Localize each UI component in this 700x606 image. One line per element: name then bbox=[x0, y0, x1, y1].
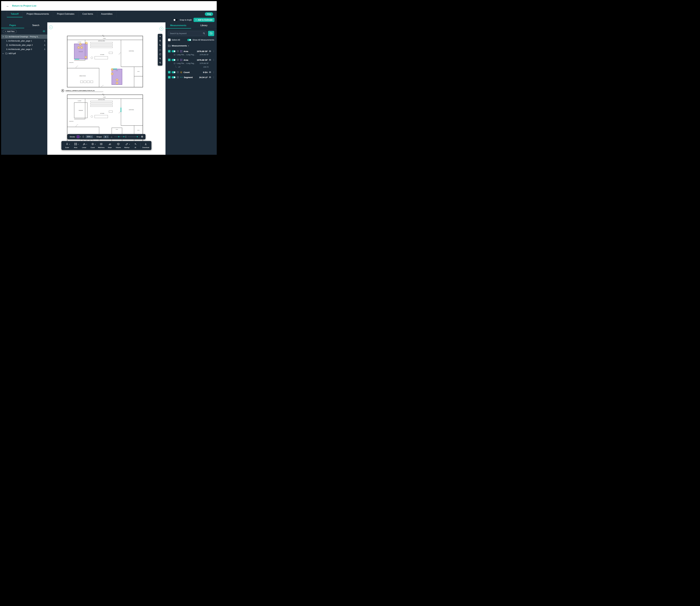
previous-page-button[interactable]: ‹ bbox=[49, 25, 53, 29]
tree-page-2[interactable]: Architecturals_plan_page 2 bbox=[1, 43, 47, 47]
tool-area[interactable]: ▾ Area bbox=[71, 141, 80, 150]
collapse-icon[interactable] bbox=[177, 59, 179, 61]
new-folder-button[interactable] bbox=[208, 31, 214, 36]
measurement-row-area-2[interactable]: ✓ Area 1076.68 SF ⋮ bbox=[165, 57, 217, 63]
count-marker[interactable] bbox=[85, 56, 87, 58]
measurement-child-row[interactable]: Long File... -Long Pag... 1076.68 SF bbox=[165, 63, 217, 66]
caret-down-icon[interactable]: ▾ bbox=[3, 36, 4, 38]
add-to-estimate-button[interactable]: + Add to Estimate bbox=[194, 18, 214, 22]
rotate-button[interactable] bbox=[158, 52, 162, 56]
collapse-icon[interactable] bbox=[177, 76, 179, 78]
return-to-project-list-link[interactable]: Return to Project List bbox=[12, 4, 36, 7]
tool-volume[interactable]: Volume bbox=[114, 141, 122, 150]
select-tool-button[interactable] bbox=[158, 34, 162, 39]
opacity-select[interactable]: 50% ▾ bbox=[86, 135, 93, 138]
fullscreen-button[interactable] bbox=[158, 48, 162, 52]
count-marker[interactable] bbox=[116, 79, 118, 81]
tool-markup[interactable]: ▾ Markup bbox=[122, 141, 131, 150]
tab-cost-items[interactable]: Cost Items bbox=[78, 10, 97, 17]
tree-folder-architectural-drawings[interactable]: ▾ Architectural Drawings - Pricing S... bbox=[1, 34, 47, 39]
measurement-row-count[interactable]: ✓ Count 9 EA ⋮ bbox=[165, 70, 217, 75]
row-checkbox[interactable]: ✓ bbox=[168, 76, 171, 78]
measurement-row-segment[interactable]: ✓ Segment 24.34 LF ⋮ bbox=[165, 75, 217, 80]
tab-search[interactable]: Search bbox=[24, 22, 47, 28]
count-marker[interactable] bbox=[85, 42, 87, 44]
tree-page-1[interactable]: 1. Architecturals_plan_page 1 bbox=[1, 39, 47, 43]
row-checkbox[interactable]: ✓ bbox=[168, 59, 171, 61]
caret-right-icon[interactable]: ▸ bbox=[3, 53, 4, 54]
zoom-out-button[interactable] bbox=[158, 61, 162, 65]
show-all-measurements-toggle[interactable] bbox=[187, 39, 191, 41]
plan-sheet-1[interactable] bbox=[67, 35, 143, 87]
search-input[interactable] bbox=[168, 31, 207, 36]
tool-count[interactable]: ▾ Count bbox=[89, 141, 97, 150]
zoom-in-button[interactable] bbox=[158, 56, 162, 61]
count-marker[interactable] bbox=[80, 43, 81, 45]
row-visibility-toggle[interactable] bbox=[172, 71, 176, 73]
settings-gear-button[interactable]: ⚙ bbox=[141, 135, 143, 138]
stroke-width-slider[interactable] bbox=[114, 137, 124, 137]
row-visibility-toggle[interactable] bbox=[172, 50, 176, 52]
collapse-icon[interactable] bbox=[177, 50, 179, 52]
tab-assemblies[interactable]: Assemblies bbox=[97, 10, 117, 17]
measurement-subchild-row[interactable]: LF 104.72 bbox=[165, 66, 217, 70]
slider-end-dot[interactable] bbox=[123, 136, 125, 137]
tab-pages[interactable]: Pages bbox=[1, 22, 24, 28]
expand-icon[interactable] bbox=[174, 54, 176, 56]
stroke-color-picker[interactable]: ▾ bbox=[76, 135, 81, 138]
color-swatch[interactable] bbox=[76, 135, 80, 138]
count-marker[interactable] bbox=[111, 73, 113, 75]
kebab-menu-icon[interactable]: ⋮ bbox=[212, 71, 215, 73]
select-all-checkbox[interactable]: ✓ bbox=[168, 39, 171, 41]
next-page-button[interactable]: › bbox=[160, 27, 163, 30]
slider-thumb[interactable] bbox=[118, 136, 119, 137]
count-marker[interactable] bbox=[111, 69, 113, 71]
tool-slope[interactable]: Slope bbox=[106, 141, 114, 150]
kebab-menu-icon[interactable]: ⋮ bbox=[212, 59, 215, 61]
line-ends-icon[interactable]: ↔ bbox=[110, 136, 113, 138]
tab-project-measurements[interactable]: Project Measurements bbox=[23, 10, 53, 17]
count-marker[interactable] bbox=[116, 82, 118, 84]
tab-library[interactable]: Library bbox=[191, 22, 217, 28]
measurement-child-row[interactable]: Long File... -Long Pag... 1076.68 SF bbox=[165, 54, 217, 57]
select-all-row: ✓ Select All Show All Measurements bbox=[165, 38, 217, 43]
count-marker[interactable] bbox=[78, 47, 80, 49]
tool-download[interactable]: Download bbox=[141, 141, 150, 150]
slider-thumb[interactable] bbox=[137, 136, 138, 137]
shape-select[interactable]: ★ ▾ bbox=[103, 135, 109, 138]
eye-icon[interactable] bbox=[209, 50, 211, 52]
drawing-canvas[interactable]: CORR. CLOSET FREEZER SERVING AREA CAFETE… bbox=[47, 22, 165, 155]
row-checkbox[interactable]: ✓ bbox=[168, 71, 171, 73]
tab-takeoff[interactable]: Takeoff bbox=[7, 10, 23, 17]
pan-tool-button[interactable] bbox=[158, 39, 162, 43]
kebab-menu-icon[interactable]: ⋮ bbox=[212, 50, 215, 52]
tree-folder-mep[interactable]: ▸ MEP.pdf bbox=[1, 51, 47, 55]
fill-droplet-icon[interactable] bbox=[82, 136, 84, 138]
tool-wall-area[interactable]: Wall Area bbox=[97, 141, 106, 150]
collapse-icon[interactable] bbox=[177, 71, 179, 73]
eye-icon[interactable] bbox=[209, 76, 211, 78]
snap-to-angle-toggle[interactable] bbox=[173, 19, 178, 21]
row-visibility-toggle[interactable] bbox=[172, 76, 176, 78]
tool-scale[interactable]: ▾ Scale bbox=[63, 141, 71, 150]
kebab-menu-icon[interactable]: ⋮ bbox=[212, 76, 215, 78]
add-files-button[interactable]: + Add Files bbox=[3, 30, 17, 33]
tool-linear[interactable]: ▾ Linear bbox=[80, 141, 89, 150]
tab-measurements[interactable]: Measurements bbox=[165, 22, 191, 28]
back-arrow-icon[interactable]: ← bbox=[6, 4, 9, 7]
tree-page-3[interactable]: 3. Architecturals_plan_page 3 bbox=[1, 47, 47, 51]
row-visibility-toggle[interactable] bbox=[172, 59, 176, 61]
eye-icon[interactable] bbox=[209, 59, 211, 61]
angle-tool-button[interactable] bbox=[158, 43, 162, 47]
secondary-slider[interactable] bbox=[128, 137, 138, 137]
measurements-group-row[interactable]: Measurements ▾ bbox=[165, 43, 217, 49]
toggle-page-visibility-button[interactable] bbox=[42, 29, 46, 33]
faq-button[interactable]: FAQ bbox=[205, 12, 213, 16]
tab-project-estimates[interactable]: Project Estimates bbox=[53, 10, 78, 17]
collapse-icon[interactable] bbox=[174, 63, 176, 64]
measurement-row-area-1[interactable]: ✓ Area 1076.68 SF ⋮ bbox=[165, 49, 217, 54]
row-checkbox[interactable]: ✓ bbox=[168, 50, 171, 52]
count-marker[interactable] bbox=[81, 47, 83, 49]
tool-ai[interactable]: AI bbox=[131, 141, 140, 150]
eye-icon[interactable] bbox=[209, 71, 211, 73]
